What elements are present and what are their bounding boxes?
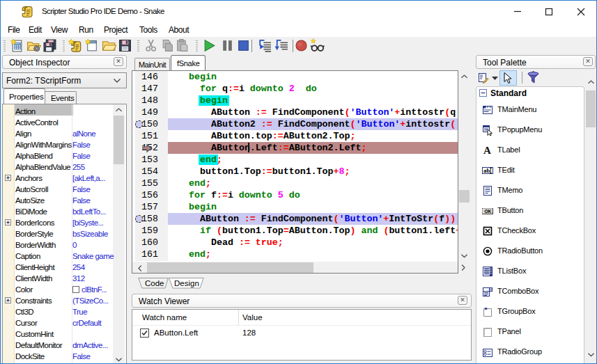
svg-text:A: A [483, 145, 491, 156]
svg-text:OK: OK [484, 209, 491, 214]
svg-text:Code: Code [145, 279, 164, 287]
svg-text:ab: ab [483, 167, 490, 174]
svg-text:Design: Design [174, 279, 199, 287]
